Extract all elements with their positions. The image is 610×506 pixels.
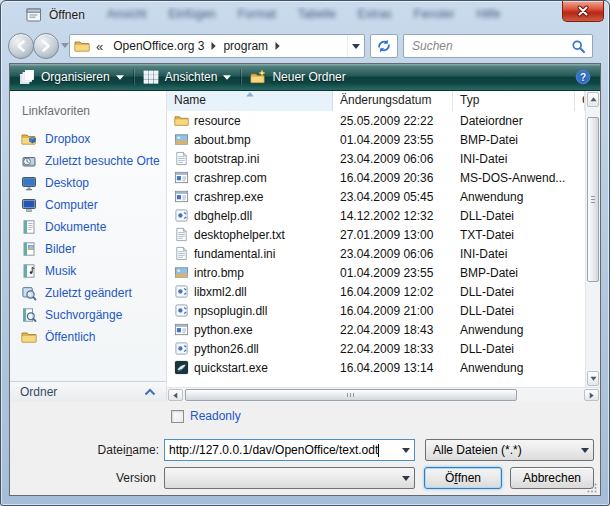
organize-icon <box>19 69 35 85</box>
version-select[interactable] <box>164 467 415 489</box>
file-date: 27.01.2009 13:00 <box>333 228 453 242</box>
file-date: 23.04.2009 05:45 <box>333 190 453 204</box>
sidebar-item-zuletzt-geändert[interactable]: Zuletzt geändert <box>10 282 166 304</box>
filetype-dropdown-button[interactable] <box>576 440 593 460</box>
search-input[interactable] <box>404 39 571 53</box>
column-header-date[interactable]: Änderungsdatum <box>333 91 453 111</box>
music-icon <box>21 263 37 279</box>
refresh-button[interactable] <box>370 34 398 58</box>
horizontal-scrollbar[interactable] <box>167 387 600 402</box>
sidebar-item-öffentlich[interactable]: Öffentlich <box>10 326 166 348</box>
file-row-npsoplugin-dll[interactable]: npsoplugin.dll16.04.2009 21:00DLL-Datei <box>167 301 585 320</box>
svg-text:?: ? <box>580 72 586 83</box>
file-row-bootstrap-ini[interactable]: bootstrap.ini23.04.2009 06:06INI-Datei <box>167 149 585 168</box>
command-toolbar: Organisieren Ansichten Neuer Ordner ? <box>10 64 600 91</box>
title-bar[interactable]: Öffnen BearbeitenAnsichtEinfügenFormatTa… <box>1 1 609 29</box>
column-header-type[interactable]: Typ <box>453 91 575 111</box>
views-icon <box>143 69 159 85</box>
file-row-intro-bmp[interactable]: intro.bmp01.04.2009 23:55BMP-Datei <box>167 263 585 282</box>
new-folder-label: Neuer Ordner <box>272 70 345 84</box>
forward-arrow-icon <box>39 39 53 53</box>
file-name: python26.dll <box>194 342 259 356</box>
sidebar-title: Linkfavoriten <box>22 104 166 118</box>
file-row-python-exe[interactable]: python.exe22.04.2009 18:43Anwendung <box>167 320 585 339</box>
sidebar-item-bilder[interactable]: Bilder <box>10 238 166 260</box>
file-row-desktophelper-txt[interactable]: desktophelper.txt27.01.2009 13:00TXT-Dat… <box>167 225 585 244</box>
sidebar-item-suchvorgänge[interactable]: Suchvorgänge <box>10 304 166 326</box>
vertical-scrollbar[interactable] <box>585 91 600 387</box>
vertical-scroll-thumb[interactable] <box>587 117 599 282</box>
file-row-crashrep-exe[interactable]: crashrep.exe23.04.2009 05:45Anwendung <box>167 187 585 206</box>
caret-down-icon <box>116 75 124 80</box>
sidebar-item-dokumente[interactable]: Dokumente <box>10 216 166 238</box>
file-date: 16.04.2009 12:02 <box>333 285 453 299</box>
file-dll-icon <box>174 208 189 223</box>
sidebar-item-musik[interactable]: Musik <box>10 260 166 282</box>
filetype-select[interactable]: Alle Dateien (*.*) <box>425 439 594 461</box>
scroll-right-button[interactable] <box>584 389 599 401</box>
scroll-left-button[interactable] <box>168 389 183 401</box>
address-dropdown-button[interactable] <box>347 35 364 57</box>
version-dropdown-button[interactable] <box>397 468 414 488</box>
public-folder-icon <box>21 329 37 345</box>
file-row-python26-dll[interactable]: python26.dll22.04.2009 18:33DLL-Datei <box>167 339 585 358</box>
file-type: DLL-Datei <box>453 342 575 356</box>
horizontal-scroll-thumb[interactable] <box>185 389 517 401</box>
file-text-icon <box>174 227 189 242</box>
file-date: 22.04.2009 18:33 <box>333 342 453 356</box>
file-date: 14.12.2002 12:32 <box>333 209 453 223</box>
file-row-resource[interactable]: resource25.05.2009 22:22Dateiordner <box>167 111 585 130</box>
readonly-option[interactable]: Readonly <box>171 409 241 423</box>
file-row-crashrep-com[interactable]: crashrep.com16.04.2009 20:36MS-DOS-Anwen… <box>167 168 585 187</box>
file-date: 23.04.2009 06:06 <box>333 247 453 261</box>
breadcrumb-item-program[interactable]: program <box>216 39 275 53</box>
background-menu-item: Einfügen <box>168 7 215 21</box>
open-button[interactable]: Öffnen <box>424 467 502 489</box>
file-row-dbghelp-dll[interactable]: dbghelp.dll14.12.2002 12:32DLL-Datei <box>167 206 585 225</box>
column-header-name[interactable]: Name <box>167 91 333 111</box>
close-button[interactable] <box>562 1 604 22</box>
folders-label: Ordner <box>20 385 57 399</box>
resize-grip[interactable] <box>587 483 597 493</box>
file-app-icon <box>174 189 189 204</box>
forward-button[interactable] <box>33 33 59 59</box>
file-row-about-bmp[interactable]: about.bmp01.04.2009 23:55BMP-Datei <box>167 130 585 149</box>
help-button[interactable]: ? <box>575 69 591 85</box>
breadcrumb-collapse-chevron[interactable]: « <box>90 39 106 54</box>
folders-expander[interactable]: Ordner <box>10 381 166 402</box>
sidebar-item-dropbox[interactable]: Dropbox <box>10 128 166 150</box>
scroll-up-button[interactable] <box>587 92 599 107</box>
breadcrumb-item-openoffice[interactable]: OpenOffice.org 3 <box>106 39 211 53</box>
chevron-down-icon <box>402 448 410 453</box>
column-header-row: Name Änderungsdatum Typ G <box>167 91 585 111</box>
address-breadcrumb[interactable]: « OpenOffice.org 3 program <box>69 34 365 58</box>
readonly-label: Readonly <box>190 409 241 423</box>
recent-pages-dropdown[interactable] <box>61 43 69 48</box>
filename-input[interactable]: http://127.0.0.1/dav/OpenOffice/text.odt <box>164 439 415 461</box>
back-button[interactable] <box>8 33 34 59</box>
sidebar-item-desktop[interactable]: Desktop <box>10 172 166 194</box>
new-folder-button[interactable]: Neuer Ordner <box>241 64 354 90</box>
filename-history-dropdown[interactable] <box>397 440 414 460</box>
file-dll-icon <box>174 303 189 318</box>
file-row-fundamental-ini[interactable]: fundamental.ini23.04.2009 06:06INI-Datei <box>167 244 585 263</box>
sidebar-item-label: Zuletzt geändert <box>45 286 132 300</box>
views-button[interactable]: Ansichten <box>134 64 241 90</box>
sidebar-item-label: Musik <box>45 264 76 278</box>
file-app-icon <box>174 322 189 337</box>
organize-button[interactable]: Organisieren <box>10 64 133 90</box>
cancel-button[interactable]: Abbrechen <box>510 467 594 489</box>
scroll-down-button[interactable] <box>587 371 599 386</box>
sidebar-item-label: Öffentlich <box>45 330 95 344</box>
sidebar-item-computer[interactable]: Computer <box>10 194 166 216</box>
file-row-libxml2-dll[interactable]: libxml2.dll16.04.2009 12:02DLL-Datei <box>167 282 585 301</box>
file-text-icon <box>174 151 189 166</box>
search-box[interactable] <box>403 34 593 58</box>
pictures-icon <box>21 241 37 257</box>
readonly-checkbox[interactable] <box>171 410 184 423</box>
column-header-size[interactable]: G <box>575 91 585 111</box>
chevron-right-icon[interactable] <box>275 42 280 50</box>
file-text-icon <box>174 246 189 261</box>
file-row-quickstart-exe[interactable]: quickstart.exe16.04.2009 13:14Anwendung <box>167 358 585 377</box>
sidebar-item-zuletzt-besuchte-orte[interactable]: Zuletzt besuchte Orte <box>10 150 166 172</box>
